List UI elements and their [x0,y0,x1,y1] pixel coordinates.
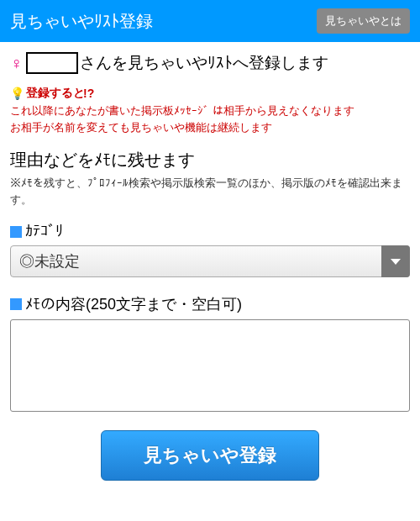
memo-content-label-text: ﾒﾓの内容(250文字まで・空白可) [25,294,242,314]
warning-head-text: 登録すると [26,86,85,101]
submit-wrap: 見ちゃいや登録 [10,430,410,481]
user-register-line: ♀ さんを見ちゃいやﾘｽﾄへ登録します [10,52,410,74]
square-bullet-icon [10,298,22,310]
category-label: ｶﾃｺﾞﾘ [10,223,410,240]
warning-block: 💡 登録すると !? これ以降にあなたが書いた掲示板ﾒｯｾｰｼﾞ は相手から見え… [10,86,410,135]
gender-female-icon: ♀ [10,54,23,73]
page-header: 見ちゃいやﾘｽﾄ登録 見ちゃいやとは [0,0,420,42]
category-select-wrap: ◎未設定 [10,245,410,277]
memo-note: ※ﾒﾓを残すと、ﾌﾟﾛﾌｨｰﾙ検索や掲示版検索一覧のほか、掲示版のﾒﾓを確認出来… [10,175,410,208]
user-suffix-text: さんを見ちゃいやﾘｽﾄへ登録します [80,52,328,74]
category-label-text: ｶﾃｺﾞﾘ [25,223,63,240]
user-name-box [26,52,78,74]
bulb-icon: 💡 [10,87,24,100]
category-select[interactable]: ◎未設定 [10,245,410,277]
content-area: ♀ さんを見ちゃいやﾘｽﾄへ登録します 💡 登録すると !? これ以降にあなたが… [0,42,420,491]
page-title: 見ちゃいやﾘｽﾄ登録 [10,10,153,33]
warning-line-1: これ以降にあなたが書いた掲示板ﾒｯｾｰｼﾞ は相手から見えなくなります [10,103,410,119]
memo-title: 理由などをﾒﾓに残せます [10,149,410,171]
exclaim-icon: !? [83,87,94,100]
info-button[interactable]: 見ちゃいやとは [317,8,410,34]
square-bullet-icon [10,226,22,238]
submit-button[interactable]: 見ちゃいや登録 [101,430,319,481]
memo-content-label: ﾒﾓの内容(250文字まで・空白可) [10,294,410,314]
memo-textarea[interactable] [10,319,410,412]
warning-line-2: お相手が名前を変えても見ちゃいや機能は継続します [10,119,410,136]
warning-heading: 💡 登録すると !? [10,86,410,101]
